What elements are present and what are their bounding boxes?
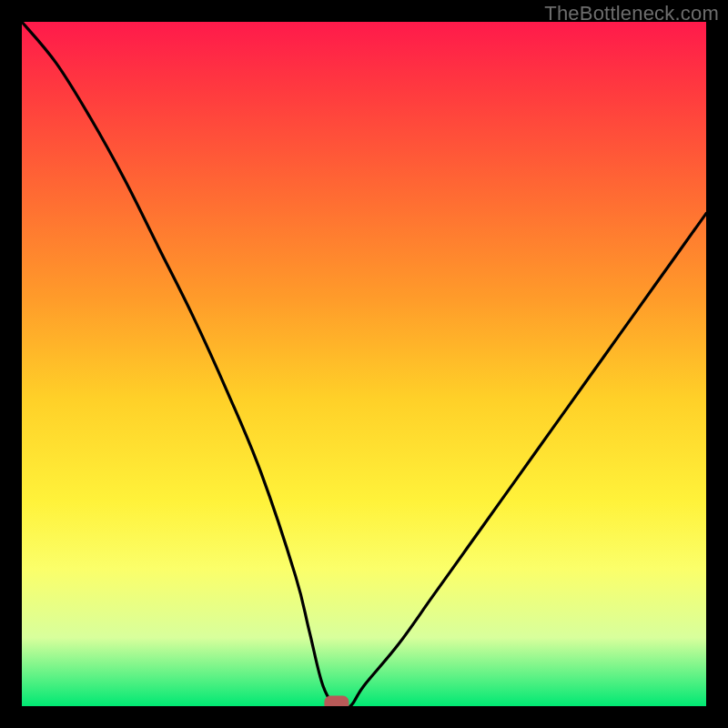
bottleneck-curve — [22, 22, 706, 706]
plot-area — [22, 22, 706, 706]
optimum-marker — [325, 696, 349, 706]
curve-svg — [22, 22, 706, 706]
chart-frame: TheBottleneck.com — [0, 0, 728, 728]
